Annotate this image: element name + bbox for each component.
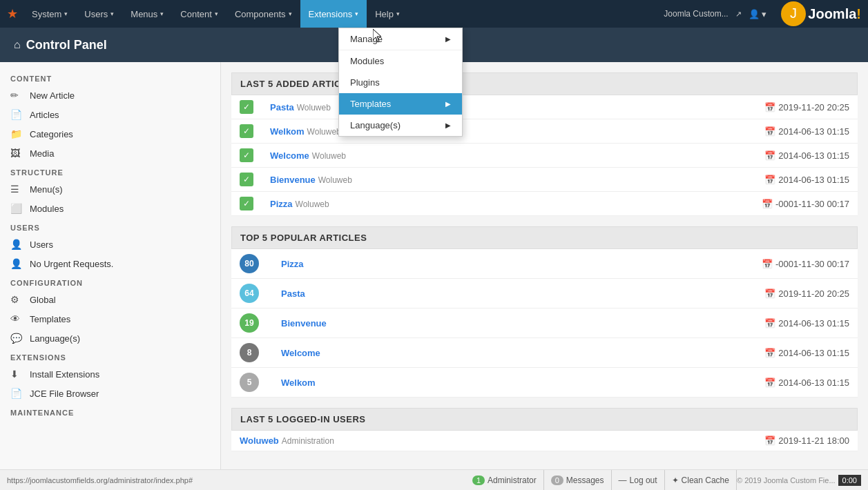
article-date: 📅2014-06-13 01:15: [491, 368, 858, 398]
status-icon[interactable]: ✓: [240, 173, 253, 186]
clean-cache-button[interactable]: ✦ Clean Cache: [665, 470, 737, 491]
top5-popular-table: 80 Pizza 📅-0001-11-30 00:17 64 Pasta 📅20…: [231, 249, 858, 398]
status-icon[interactable]: ✓: [240, 124, 253, 138]
caret-icon: ▾: [64, 10, 68, 17]
menus-icon: ☰: [10, 184, 24, 195]
url-display: https://joomlacustomfields.org/administr…: [7, 476, 465, 484]
install-icon: ⬇: [10, 369, 24, 380]
user-dropdown[interactable]: 👤 ▾: [749, 9, 767, 19]
site-link[interactable]: Joomla Custom...: [664, 9, 728, 19]
sidebar-item-languages[interactable]: 💬 Language(s): [0, 329, 220, 348]
table-row: 64 Pasta 📅2019-11-20 20:25: [231, 279, 858, 308]
table-row: 5 Welkom 📅2014-06-13 01:15: [231, 368, 858, 398]
user-link[interactable]: Woluweb: [240, 435, 279, 446]
sidebar-item-install-extensions[interactable]: ⬇ Install Extensions: [0, 364, 220, 384]
caret-icon: ▾: [289, 10, 292, 17]
nav-users[interactable]: Users ▾: [76, 0, 122, 28]
article-link[interactable]: Welkom: [270, 126, 305, 137]
clean-cache-label: Clean Cache: [682, 476, 729, 485]
table-row: ✓ WelkomWoluweb 📅2014-06-13 01:15: [231, 119, 858, 144]
sidebar-item-menus[interactable]: ☰ Menu(s): [0, 179, 220, 199]
dropdown-item-templates[interactable]: Templates ▶: [339, 93, 462, 115]
home-icon: ⌂: [14, 39, 21, 51]
nav-right: Joomla Custom... ↗ 👤 ▾: [664, 9, 766, 19]
caret-icon: ▾: [160, 10, 164, 17]
top5-popular-header: TOP 5 POPULAR ARTICLES: [231, 226, 858, 249]
nav-components[interactable]: Components ▾: [226, 0, 300, 28]
article-link[interactable]: Bienvenue: [281, 318, 327, 329]
sidebar-item-templates[interactable]: 👁 Templates: [0, 309, 220, 329]
media-icon: 🖼: [10, 148, 24, 159]
nav-menus[interactable]: Menus ▾: [122, 0, 172, 28]
sidebar-item-categories[interactable]: 📁 Categories: [0, 124, 220, 144]
pencil-icon: ✏: [10, 90, 24, 101]
article-date: 📅2014-06-13 01:15: [552, 144, 858, 168]
table-row: 19 Bienvenue 📅2014-06-13 01:15: [231, 308, 858, 338]
dropdown-item-modules[interactable]: Modules: [339, 50, 462, 72]
last5-loggedin-header: LAST 5 LOGGED-IN USERS: [231, 408, 858, 431]
arrow-icon: ▶: [445, 35, 451, 43]
count-badge: 64: [240, 284, 259, 303]
languages-icon: 💬: [10, 333, 24, 344]
article-link[interactable]: Bienvenue: [270, 175, 316, 185]
sidebar: CONTENT ✏ New Article 📄 Articles 📁 Categ…: [0, 62, 221, 469]
sidebar-section-structure: STRUCTURE: [0, 163, 220, 179]
sidebar-item-jce-file-browser[interactable]: 📄 JCE File Browser: [0, 384, 220, 403]
article-link[interactable]: Welcome: [281, 348, 320, 358]
nav-extensions[interactable]: Extensions ▾: [300, 0, 367, 28]
last5-loggedin-table: WoluwebAdministration 📅2019-11-21 18:00: [231, 431, 858, 451]
status-icon[interactable]: ✓: [240, 197, 253, 210]
arrow-icon: ▶: [445, 121, 451, 129]
dropdown-item-manage[interactable]: Manage ▶: [339, 28, 462, 50]
count-badge: 8: [240, 343, 259, 362]
status-icon[interactable]: ✓: [240, 100, 253, 114]
sidebar-section-users: USERS: [0, 218, 220, 235]
jce-icon: 📄: [10, 388, 24, 399]
article-link[interactable]: Pizza: [281, 259, 304, 269]
user-role: Administration: [282, 436, 334, 446]
article-link[interactable]: Pizza: [270, 199, 293, 209]
sidebar-item-users[interactable]: 👤 Users: [0, 235, 220, 254]
nav-help[interactable]: Help ▾: [367, 0, 408, 28]
dropdown-item-languages[interactable]: Language(s) ▶: [339, 115, 462, 136]
article-link[interactable]: Pasta: [270, 102, 294, 112]
sidebar-item-global[interactable]: ⚙ Global: [0, 290, 220, 309]
status-icon[interactable]: ✓: [240, 148, 253, 162]
dropdown-item-plugins[interactable]: Plugins: [339, 72, 462, 93]
article-link[interactable]: Pasta: [281, 288, 305, 299]
page-title: Control Panel: [26, 38, 107, 52]
arrow-icon: ▶: [445, 100, 451, 108]
count-badge: 19: [240, 313, 259, 333]
sidebar-item-media[interactable]: 🖼 Media: [0, 144, 220, 163]
nav-system[interactable]: System ▾: [23, 0, 76, 28]
sidebar-item-articles[interactable]: 📄 Articles: [0, 105, 220, 124]
modules-icon: ⬜: [10, 203, 24, 214]
logout-button[interactable]: — Log out: [612, 470, 665, 491]
joomla-brand: J Joomla!: [780, 1, 861, 27]
nav-content[interactable]: Content ▾: [172, 0, 226, 28]
sidebar-item-modules[interactable]: ⬜ Modules: [0, 199, 220, 218]
debug-badge: 0:00: [838, 475, 861, 486]
table-row: ✓ BienvenueWoluweb 📅2014-06-13 01:15: [231, 168, 858, 192]
article-date: 📅2014-06-13 01:15: [491, 338, 858, 368]
content-area: LAST 5 ADDED ARTICLES ✓ PastaWoluweb 📅20…: [221, 62, 868, 469]
sidebar-section-configuration: CONFIGURATION: [0, 273, 220, 290]
sidebar-section-maintenance: MAINTENANCE: [0, 403, 220, 420]
last5-added-table: ✓ PastaWoluweb 📅2019-11-20 20:25 ✓ Welko…: [231, 95, 858, 216]
messages-status[interactable]: 0 Messages: [544, 470, 612, 491]
articles-icon: 📄: [10, 109, 24, 120]
article-link[interactable]: Welcome: [270, 150, 309, 161]
joomla-logo-icon[interactable]: ★: [7, 6, 18, 21]
external-link-icon: ↗: [735, 10, 742, 19]
admin-status[interactable]: 1 Administrator: [465, 470, 544, 491]
urgent-icon: 👤: [10, 258, 24, 269]
login-date: 📅2019-11-21 18:00: [559, 431, 858, 451]
article-author: Woluweb: [312, 151, 346, 161]
sidebar-item-no-urgent: 👤 No Urgent Requests.: [0, 254, 220, 273]
caret-icon: ▾: [110, 10, 114, 17]
sidebar-item-new-article[interactable]: ✏ New Article: [0, 86, 220, 105]
article-date: 📅2014-06-13 01:15: [491, 308, 858, 338]
table-row: ✓ PastaWoluweb 📅2019-11-20 20:25: [231, 95, 858, 119]
global-icon: ⚙: [10, 294, 24, 305]
article-link[interactable]: Welkom: [281, 378, 316, 388]
